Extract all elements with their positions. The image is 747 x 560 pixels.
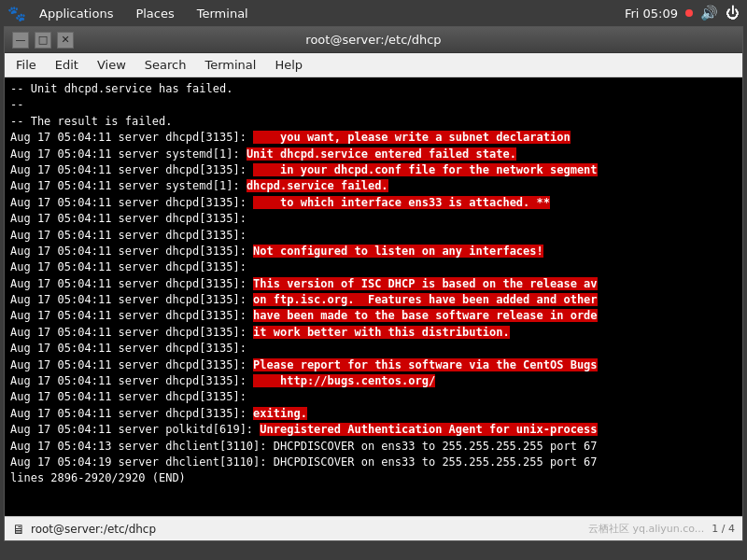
terminal-window: — □ ✕ root@server:/etc/dhcp File Edit Vi…: [4, 26, 743, 541]
menu-help[interactable]: Help: [267, 56, 310, 74]
terminal-line: Aug 17 05:04:13 server dhclient[3110]: D…: [10, 439, 737, 455]
terminal-content[interactable]: -- Unit dhcpd.service has failed.---- Th…: [5, 77, 742, 516]
terminal-line: -- Unit dhcpd.service has failed.: [10, 81, 737, 97]
volume-icon[interactable]: 🔊: [700, 5, 718, 21]
terminal-line: Aug 17 05:04:11 server dhcpd[3135]: exit…: [10, 406, 737, 422]
terminal-line: Aug 17 05:04:11 server dhcpd[3135]: This…: [10, 276, 737, 292]
status-indicator: [685, 9, 693, 17]
statusbar-right: 云栖社区 yq.aliyun.co... 1 / 4: [588, 522, 735, 536]
terminal-line: Aug 17 05:04:11 server dhcpd[3135]:: [10, 211, 737, 227]
titlebar-buttons: — □ ✕: [12, 32, 74, 49]
applications-menu[interactable]: Applications: [30, 5, 122, 22]
terminal-line: Aug 17 05:04:11 server systemd[1]: dhcpd…: [10, 178, 737, 194]
terminal-line: Aug 17 05:04:11 server dhcpd[3135]:: [10, 389, 737, 405]
terminal-line: Aug 17 05:04:11 server dhcpd[3135]: you …: [10, 130, 737, 146]
system-bar-left: 🐾 Applications Places Terminal: [7, 5, 258, 22]
terminal-line: Aug 17 05:04:11 server polkitd[619]: Unr…: [10, 422, 737, 438]
menu-view[interactable]: View: [90, 56, 134, 74]
page-indicator: 1 / 4: [712, 523, 735, 535]
terminal-line: Aug 17 05:04:11 server dhcpd[3135]: http…: [10, 373, 737, 389]
terminal-line: Aug 17 05:04:11 server dhcpd[3135]: Plea…: [10, 357, 737, 373]
terminal-line: Aug 17 05:04:11 server dhcpd[3135]: have…: [10, 308, 737, 324]
terminal-line: -- The result is failed.: [10, 114, 737, 130]
terminal-titlebar: — □ ✕ root@server:/etc/dhcp: [5, 27, 742, 53]
terminal-line: Aug 17 05:04:11 server dhcpd[3135]: in y…: [10, 162, 737, 178]
statusbar-left: 🖥 root@server:/etc/dhcp: [12, 522, 156, 537]
maximize-button[interactable]: □: [35, 32, 51, 49]
terminal-line: --: [10, 97, 737, 113]
watermark-text: 云栖社区 yq.aliyun.co...: [588, 522, 704, 536]
system-bar-right: Fri 05:09 🔊 ⏻: [625, 5, 740, 21]
terminal-statusbar: 🖥 root@server:/etc/dhcp 云栖社区 yq.aliyun.c…: [5, 516, 742, 540]
terminal-line: Aug 17 05:04:11 server dhcpd[3135]: Not …: [10, 244, 737, 259]
close-button[interactable]: ✕: [57, 32, 74, 49]
menu-search[interactable]: Search: [137, 56, 194, 74]
clock-display: Fri 05:09: [625, 7, 678, 21]
power-icon[interactable]: ⏻: [726, 5, 740, 21]
system-bar: 🐾 Applications Places Terminal Fri 05:09…: [0, 0, 747, 26]
terminal-menu[interactable]: Terminal: [188, 5, 258, 22]
menu-bar: File Edit View Search Terminal Help: [5, 53, 742, 77]
menu-edit[interactable]: Edit: [48, 56, 86, 74]
menu-file[interactable]: File: [8, 56, 44, 74]
terminal-line: Aug 17 05:04:11 server systemd[1]: Unit …: [10, 147, 737, 162]
window-title: root@server:/etc/dhcp: [74, 33, 673, 47]
minimize-button[interactable]: —: [12, 32, 29, 49]
distro-icon: 🐾: [7, 5, 26, 22]
terminal-line: Aug 17 05:04:11 server dhcpd[3135]: to w…: [10, 195, 737, 211]
terminal-line: Aug 17 05:04:19 server dhclient[3110]: D…: [10, 455, 737, 470]
terminal-path: root@server:/etc/dhcp: [31, 523, 156, 536]
places-menu[interactable]: Places: [126, 5, 183, 22]
terminal-line: Aug 17 05:04:11 server dhcpd[3135]:: [10, 341, 737, 357]
terminal-line: Aug 17 05:04:11 server dhcpd[3135]: on f…: [10, 292, 737, 308]
terminal-line: lines 2896-2920/2920 (END): [10, 470, 737, 486]
menu-terminal[interactable]: Terminal: [197, 56, 263, 74]
terminal-status-icon: 🖥: [12, 522, 25, 537]
terminal-line: Aug 17 05:04:11 server dhcpd[3135]: it w…: [10, 325, 737, 341]
terminal-line: Aug 17 05:04:11 server dhcpd[3135]:: [10, 259, 737, 275]
terminal-line: Aug 17 05:04:11 server dhcpd[3135]:: [10, 228, 737, 244]
